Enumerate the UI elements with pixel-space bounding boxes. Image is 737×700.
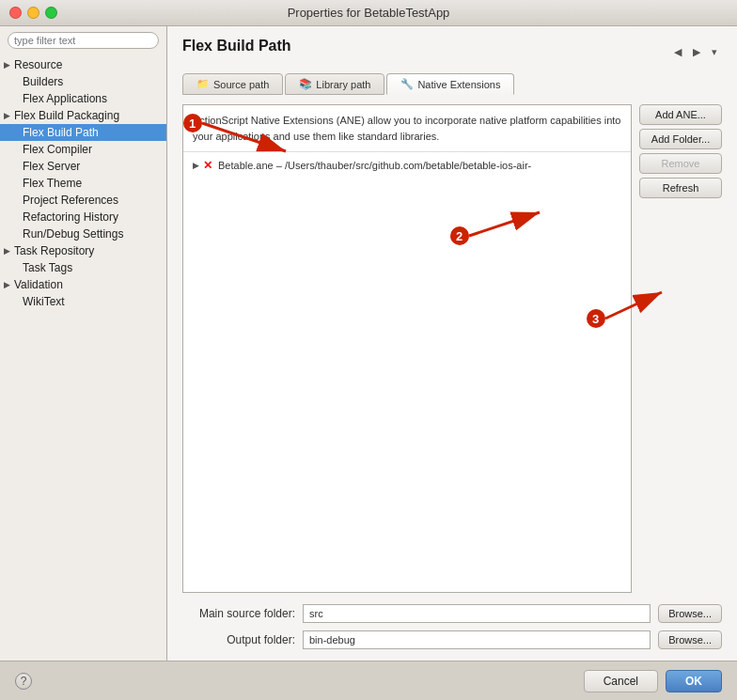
search-input[interactable] bbox=[8, 32, 159, 49]
output-folder-field-row: Output folder: Browse... bbox=[182, 630, 722, 649]
sidebar-item-project-references[interactable]: Project References bbox=[0, 192, 166, 209]
sidebar-item-label: Flex Server bbox=[23, 160, 80, 173]
list-item: ▶ ✕ Betable.ane – /Users/thauber/src/git… bbox=[187, 156, 627, 175]
ext-error-icon: ✕ bbox=[203, 159, 212, 172]
header-row: Flex Build Path ◀ ▶ ▾ bbox=[182, 38, 722, 66]
sidebar-item-run-debug-settings[interactable]: Run/Debug Settings bbox=[0, 226, 166, 242]
window-controls[interactable] bbox=[9, 7, 57, 19]
sidebar-item-label: Flex Build Packaging bbox=[14, 109, 119, 122]
extensions-list: ▶ ✕ Betable.ane – /Users/thauber/src/git… bbox=[183, 152, 631, 592]
tab-library-path-label: Library path bbox=[316, 79, 370, 90]
sidebar-item-builders[interactable]: Builders bbox=[0, 73, 166, 90]
sidebar-item-label: Run/Debug Settings bbox=[23, 227, 123, 241]
sidebar-item-label: Flex Theme bbox=[23, 177, 82, 190]
panel-wrapper: ActionScript Native Extensions (ANE) all… bbox=[182, 104, 722, 593]
help-button[interactable]: ? bbox=[15, 673, 32, 690]
arrow-icon: ▶ bbox=[4, 246, 10, 256]
bottom-left: ? bbox=[15, 673, 32, 690]
output-folder-label: Output folder: bbox=[182, 633, 295, 646]
output-folder-browse-button[interactable]: Browse... bbox=[658, 630, 722, 649]
help-icon: ? bbox=[21, 675, 27, 688]
sidebar-item-task-tags[interactable]: Task Tags bbox=[0, 259, 166, 276]
window-title: Properties for BetableTestApp bbox=[288, 6, 450, 20]
main-source-label: Main source folder: bbox=[182, 607, 295, 620]
tab-native-extensions-label: Native Extensions bbox=[417, 79, 500, 90]
tab-native-extensions-icon: 🔧 bbox=[400, 78, 414, 90]
sidebar-item-validation[interactable]: ▶ Validation bbox=[0, 276, 166, 293]
description-text: ActionScript Native Extensions (ANE) all… bbox=[183, 105, 631, 152]
sidebar-item-flex-applications[interactable]: Flex Applications bbox=[0, 90, 166, 107]
bottom-bar: ? Cancel OK bbox=[0, 661, 737, 700]
panel-buttons: Add ANE... Add Folder... Remove Refresh bbox=[639, 104, 722, 593]
add-ane-button[interactable]: Add ANE... bbox=[639, 104, 722, 125]
main-source-browse-button[interactable]: Browse... bbox=[658, 604, 722, 623]
sidebar-item-label: Flex Applications bbox=[23, 92, 107, 105]
sidebar-item-task-repository[interactable]: ▶ Task Repository bbox=[0, 242, 166, 259]
content-area: Flex Build Path ◀ ▶ ▾ 📁 Source path 📚 Li… bbox=[167, 26, 737, 661]
search-box[interactable] bbox=[8, 32, 159, 49]
remove-button[interactable]: Remove bbox=[639, 153, 722, 174]
maximize-button[interactable] bbox=[45, 7, 57, 19]
arrow-icon: ▶ bbox=[4, 60, 10, 70]
minimize-button[interactable] bbox=[27, 7, 39, 19]
ok-button[interactable]: OK bbox=[666, 670, 722, 692]
panel-area: ActionScript Native Extensions (ANE) all… bbox=[182, 104, 722, 593]
ext-label: Betable.ane – /Users/thauber/src/github.… bbox=[218, 160, 531, 171]
sidebar-item-label: Flex Build Path bbox=[23, 126, 99, 139]
output-folder-input[interactable] bbox=[303, 630, 651, 649]
bottom-fields: Main source folder: Browse... Output fol… bbox=[182, 604, 722, 649]
title-bar: Properties for BetableTestApp bbox=[0, 0, 737, 26]
sidebar-item-resource[interactable]: ▶ Resource bbox=[0, 56, 166, 73]
sidebar-item-label: Resource bbox=[14, 58, 62, 71]
sidebar-item-flex-theme[interactable]: Flex Theme bbox=[0, 175, 166, 192]
forward-button[interactable]: ▶ bbox=[688, 43, 705, 61]
dropdown-button[interactable]: ▾ bbox=[707, 43, 722, 61]
refresh-button[interactable]: Refresh bbox=[639, 178, 722, 198]
tab-source-path-icon: 📁 bbox=[196, 78, 210, 90]
tab-source-path-label: Source path bbox=[213, 79, 269, 90]
sidebar-item-refactoring-history[interactable]: Refactoring History bbox=[0, 209, 166, 226]
tab-library-path-icon: 📚 bbox=[299, 78, 312, 90]
sidebar-item-flex-build-packaging[interactable]: ▶ Flex Build Packaging bbox=[0, 107, 166, 124]
panel-main: ActionScript Native Extensions (ANE) all… bbox=[182, 104, 632, 593]
sidebar-item-flex-build-path[interactable]: Flex Build Path bbox=[0, 124, 166, 141]
add-folder-button[interactable]: Add Folder... bbox=[639, 129, 722, 149]
tab-source-path[interactable]: 📁 Source path bbox=[182, 73, 283, 95]
main-source-field-row: Main source folder: Browse... bbox=[182, 604, 722, 623]
sidebar-item-label: Task Repository bbox=[14, 244, 94, 257]
arrow-icon: ▶ bbox=[4, 111, 10, 120]
sidebar-item-label: Validation bbox=[14, 278, 63, 291]
main-container: ▶ Resource Builders Flex Applications ▶ … bbox=[0, 26, 737, 661]
sidebar-item-wikitext[interactable]: WikiText bbox=[0, 293, 166, 310]
sidebar-item-label: Task Tags bbox=[23, 261, 72, 274]
bottom-buttons: Cancel OK bbox=[584, 670, 722, 692]
sidebar-item-label: Project References bbox=[23, 194, 118, 207]
arrow-icon: ▶ bbox=[4, 280, 10, 289]
sidebar: ▶ Resource Builders Flex Applications ▶ … bbox=[0, 26, 167, 661]
sidebar-item-flex-compiler[interactable]: Flex Compiler bbox=[0, 141, 166, 158]
tab-library-path[interactable]: 📚 Library path bbox=[285, 73, 384, 95]
sidebar-item-label: WikiText bbox=[23, 295, 65, 308]
tabs-bar: 📁 Source path 📚 Library path 🔧 Native Ex… bbox=[182, 73, 722, 95]
page-title: Flex Build Path bbox=[182, 38, 291, 54]
ext-arrow-icon: ▶ bbox=[193, 161, 199, 170]
close-button[interactable] bbox=[9, 7, 22, 19]
cancel-button[interactable]: Cancel bbox=[584, 670, 658, 692]
main-source-input[interactable] bbox=[303, 604, 651, 623]
tab-native-extensions[interactable]: 🔧 Native Extensions bbox=[386, 73, 514, 95]
sidebar-item-label: Flex Compiler bbox=[23, 143, 92, 156]
sidebar-item-flex-server[interactable]: Flex Server bbox=[0, 158, 166, 175]
back-button[interactable]: ◀ bbox=[669, 43, 686, 61]
sidebar-item-label: Builders bbox=[23, 75, 63, 88]
sidebar-item-label: Refactoring History bbox=[23, 210, 118, 224]
